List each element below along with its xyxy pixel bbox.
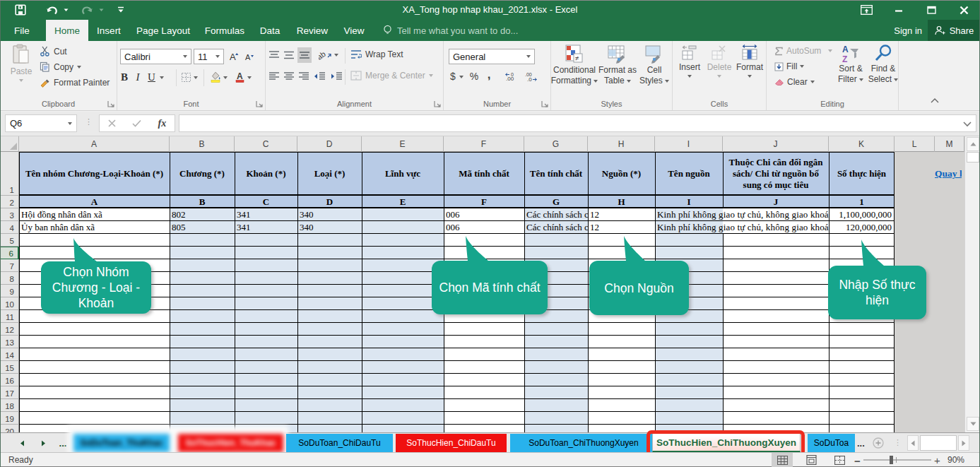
accounting-format-button[interactable]: $ — [447, 69, 459, 83]
grid-cell[interactable] — [297, 412, 362, 425]
column-header-M[interactable]: M — [935, 136, 964, 152]
grid-cell[interactable] — [444, 361, 524, 374]
grid-cell[interactable] — [297, 310, 362, 323]
grid-cell[interactable] — [723, 234, 829, 247]
data-cell[interactable]: Ủy ban nhân dân xã — [19, 221, 170, 234]
row-header-18[interactable]: 18 — [0, 399, 19, 412]
find-select-button[interactable]: Find & Select — [867, 44, 899, 85]
grid-cell[interactable] — [723, 323, 829, 336]
merge-center-button[interactable]: Merge & Center — [350, 71, 433, 81]
data-cell[interactable]: Hội đồng nhân dân xã — [19, 208, 170, 221]
row-header-3[interactable]: 3 — [0, 208, 19, 221]
fill-dropdown-arrow[interactable] — [800, 65, 804, 68]
row-header-12[interactable]: 12 — [0, 323, 19, 336]
italic-button[interactable]: I — [133, 69, 143, 85]
data-cell[interactable]: 802 — [170, 208, 235, 221]
fill-color-dropdown-arrow[interactable] — [223, 76, 228, 79]
vertical-scroll-thumb[interactable] — [967, 152, 979, 162]
number-dialog-launcher[interactable] — [541, 100, 549, 108]
row-header-9[interactable]: 9 — [0, 285, 19, 297]
fill-button[interactable]: Fill — [774, 61, 804, 71]
column-header-J[interactable]: J — [723, 136, 829, 152]
clear-dropdown-arrow[interactable] — [810, 81, 815, 83]
grid-cell[interactable] — [829, 348, 895, 361]
vertical-scrollbar[interactable] — [964, 136, 980, 432]
data-cell[interactable]: 805 — [170, 221, 235, 234]
column-header-E[interactable]: E — [362, 136, 444, 152]
name-box-dropdown-arrow[interactable] — [68, 122, 72, 125]
clear-button[interactable]: Clear — [774, 77, 815, 87]
grid-cell[interactable] — [444, 374, 524, 386]
grid-cell[interactable] — [297, 348, 362, 361]
column-header-L[interactable]: L — [895, 136, 935, 152]
increase-decimal-button[interactable]: .000 — [503, 69, 520, 83]
orientation-dropdown-arrow[interactable] — [334, 54, 338, 57]
index-cell[interactable]: D — [297, 196, 362, 208]
zoom-in-button[interactable]: + — [934, 454, 940, 466]
collapse-ribbon-button[interactable] — [931, 93, 939, 106]
decrease-font-button[interactable]: A — [243, 50, 255, 64]
top-align-button[interactable] — [268, 48, 281, 62]
wrap-text-button[interactable]: Wrap Text — [350, 49, 403, 59]
column-header-D[interactable]: D — [297, 136, 362, 152]
grid-cell[interactable] — [723, 336, 829, 348]
grid-cell[interactable] — [723, 386, 829, 399]
grid-cell[interactable] — [524, 412, 588, 425]
normal-view-button[interactable] — [772, 453, 793, 467]
format-as-table-button[interactable]: Format as Table — [598, 44, 637, 86]
scroll-down-button[interactable] — [967, 417, 979, 431]
grid-cell[interactable] — [588, 348, 655, 361]
grid-cell[interactable] — [655, 323, 723, 336]
decrease-indent-button[interactable] — [312, 69, 326, 83]
conditional-formatting-button[interactable]: ≠ Conditional Formatting — [553, 44, 596, 86]
sheet-tab-SoThucHien_ChiDauTu[interactable]: SoThucHien_ChiDauTu — [396, 434, 507, 452]
grid-cell[interactable] — [235, 310, 297, 323]
grid-cell[interactable] — [235, 412, 297, 425]
grid-cell[interactable] — [297, 425, 362, 432]
header-cell[interactable]: Nguồn (*) — [588, 152, 655, 196]
grid-cell[interactable] — [170, 259, 235, 272]
number-format-combo[interactable]: General — [449, 49, 535, 64]
sign-in-button[interactable]: Sign in — [894, 20, 922, 41]
row-header-15[interactable]: 15 — [0, 361, 19, 374]
increase-indent-button[interactable] — [329, 69, 343, 83]
insert-function-button[interactable]: fx — [158, 118, 167, 129]
formula-bar-splitter[interactable]: ⋮ — [85, 117, 93, 126]
column-header-I[interactable]: I — [655, 136, 723, 152]
grid-cell[interactable] — [655, 374, 723, 386]
grid-cell[interactable] — [444, 399, 524, 412]
ribbon-display-options-button[interactable] — [850, 0, 882, 20]
grid-cell[interactable] — [19, 412, 170, 425]
row-header-1[interactable]: 1 — [0, 152, 19, 196]
grid-cell[interactable] — [588, 412, 655, 425]
maximize-button[interactable] — [915, 0, 947, 20]
insert-cells-button[interactable]: Insert — [675, 44, 704, 78]
grid-cell[interactable] — [362, 361, 444, 374]
grid-cell[interactable] — [829, 386, 895, 399]
format-as-table-dropdown-arrow[interactable] — [627, 80, 631, 83]
accounting-dropdown-arrow[interactable] — [459, 76, 464, 78]
data-cell[interactable]: 006 — [444, 221, 524, 234]
row-header-4[interactable]: 4 — [0, 221, 19, 234]
align-right-button[interactable] — [297, 69, 310, 83]
grid-cell[interactable] — [588, 336, 655, 348]
grid-cell[interactable] — [655, 336, 723, 348]
grid-cell[interactable] — [723, 310, 829, 323]
cell-styles-button[interactable]: Cell Styles — [637, 44, 671, 86]
grid-cell[interactable] — [524, 348, 588, 361]
format-painter-button[interactable]: Format Painter — [40, 77, 110, 88]
grid-cell[interactable] — [235, 247, 297, 259]
grid-cell[interactable] — [297, 399, 362, 412]
last-sheet-arrow[interactable] — [33, 437, 54, 449]
grid-cell[interactable] — [362, 425, 444, 432]
grid-cell[interactable] — [170, 247, 235, 259]
data-cell[interactable]: Kinh phí không giao tự chủ, không giao k… — [655, 208, 829, 221]
grid-cell[interactable] — [297, 386, 362, 399]
header-cell[interactable]: Lĩnh vực — [362, 152, 444, 196]
grid-cell[interactable] — [723, 297, 829, 310]
font-color-dropdown-arrow[interactable] — [247, 76, 252, 79]
sheet-tab-SoThucHien_ThuKhac[interactable]: SoThucHien_ThuKhac — [178, 434, 283, 452]
data-cell[interactable]: 341 — [235, 221, 297, 234]
grid-cell[interactable] — [297, 285, 362, 297]
column-header-B[interactable]: B — [170, 136, 235, 152]
